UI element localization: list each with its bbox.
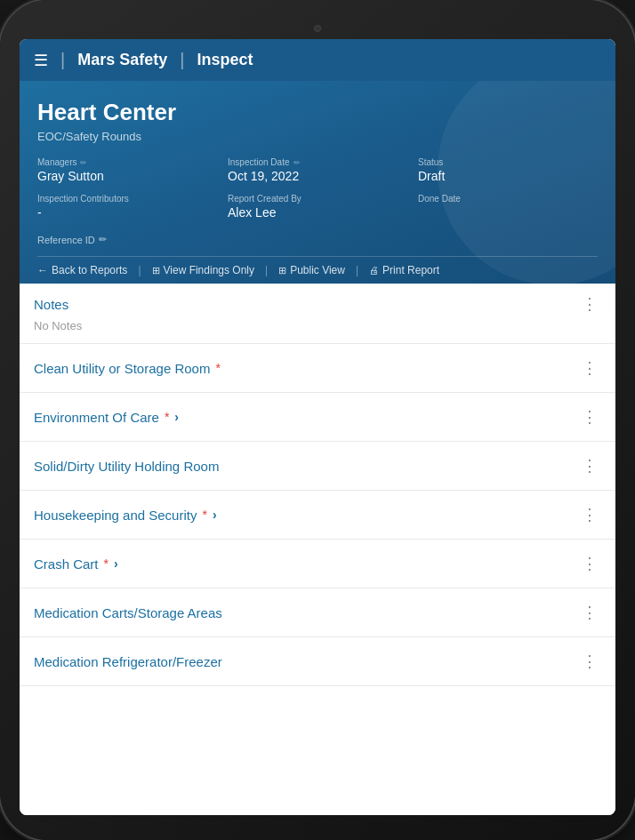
done-date-label: Done Date <box>418 194 598 204</box>
list-item-solid-dirty[interactable]: Solid/Dirty Utility Holding Room⋮ <box>20 442 615 491</box>
chevron-right-icon-crash-cart: › <box>114 556 118 571</box>
sep2: | <box>265 264 268 276</box>
item-menu-medication-carts[interactable]: ⋮ <box>578 603 601 622</box>
section-name: Inspect <box>197 51 253 69</box>
list-item-left-medication-carts: Medication Carts/Storage Areas <box>34 605 222 620</box>
print-label: Print Report <box>382 264 439 276</box>
item-title-medication-carts: Medication Carts/Storage Areas <box>34 605 222 620</box>
item-menu-medication-fridge[interactable]: ⋮ <box>578 652 601 671</box>
notes-title: Notes <box>34 297 68 312</box>
report-created-label: Report Created By <box>228 194 407 204</box>
list-item-medication-fridge[interactable]: Medication Refrigerator/Freezer⋮ <box>20 637 615 686</box>
back-to-reports-link[interactable]: ← Back to Reports <box>37 264 127 276</box>
notes-menu-icon[interactable]: ⋮ <box>578 294 601 314</box>
ref-id-label: Reference ID <box>37 235 95 245</box>
view-findings-label: View Findings Only <box>164 264 255 276</box>
facility-subtitle: EOC/Safety Rounds <box>37 130 598 143</box>
sep1: | <box>138 264 141 276</box>
list-item-left-environment-of-care: Environment Of Care*› <box>34 410 179 425</box>
list-item-left-housekeeping: Housekeeping and Security*› <box>34 508 217 523</box>
required-star-crash-cart: * <box>104 556 109 571</box>
notes-empty-text: No Notes <box>34 319 601 332</box>
header-divider-2: | <box>180 50 184 70</box>
public-view-label: Public View <box>290 264 345 276</box>
required-star-housekeeping: * <box>202 508 206 522</box>
item-menu-solid-dirty[interactable]: ⋮ <box>578 456 601 476</box>
required-star-clean-utility: * <box>215 361 220 375</box>
managers-label: Managers ✏ <box>37 157 217 167</box>
list-item-medication-carts[interactable]: Medication Carts/Storage Areas⋮ <box>20 588 615 637</box>
info-grid-row2: Inspection Contributors - Report Created… <box>37 194 598 220</box>
managers-field: Managers ✏ Gray Sutton <box>37 157 217 183</box>
info-panel: Heart Center EOC/Safety Rounds Managers … <box>20 81 615 284</box>
item-menu-housekeeping[interactable]: ⋮ <box>578 505 601 524</box>
report-created-value: Alex Lee <box>228 205 407 220</box>
item-title-housekeeping: Housekeeping and Security <box>34 508 197 523</box>
item-title-medication-fridge: Medication Refrigerator/Freezer <box>34 654 222 669</box>
print-report-link[interactable]: 🖨 Print Report <box>369 264 439 276</box>
camera <box>314 25 321 32</box>
chevron-right-icon-housekeeping: › <box>213 508 217 522</box>
status-label: Status <box>418 157 598 167</box>
contributors-label: Inspection Contributors <box>37 194 217 204</box>
facility-name: Heart Center <box>37 99 598 126</box>
inspection-date-value: Oct 19, 2022 <box>228 169 407 183</box>
info-grid-row1: Managers ✏ Gray Sutton Inspection Date ✏… <box>37 157 598 183</box>
content-list: Notes ⋮ No Notes Clean Utility or Storag… <box>20 284 615 815</box>
status-field: Status Draft <box>418 157 598 183</box>
inspection-items-list: Clean Utility or Storage Room*⋮Environme… <box>20 344 615 686</box>
list-item-environment-of-care[interactable]: Environment Of Care*›⋮ <box>20 393 615 442</box>
inspection-date-field: Inspection Date ✏ Oct 19, 2022 <box>228 157 407 183</box>
contributors-value: - <box>37 205 217 220</box>
item-title-solid-dirty: Solid/Dirty Utility Holding Room <box>34 459 219 474</box>
header-bar: ☰ | Mars Safety | Inspect <box>20 39 615 81</box>
back-label: Back to Reports <box>52 264 127 276</box>
public-view-link[interactable]: ⊞ Public View <box>278 264 345 276</box>
item-title-crash-cart: Crash Cart <box>34 556 99 572</box>
print-icon: 🖨 <box>369 265 379 276</box>
notes-section: Notes ⋮ No Notes <box>20 284 615 344</box>
list-item-housekeeping[interactable]: Housekeeping and Security*›⋮ <box>20 491 615 540</box>
findings-icon: ⊞ <box>152 265 160 276</box>
tablet-device: ☰ | Mars Safety | Inspect Heart Center E… <box>0 0 635 840</box>
ref-id-edit-icon[interactable]: ✏ <box>99 234 107 245</box>
item-title-clean-utility: Clean Utility or Storage Room <box>34 361 210 376</box>
view-findings-link[interactable]: ⊞ View Findings Only <box>152 264 255 276</box>
list-item-clean-utility[interactable]: Clean Utility or Storage Room*⋮ <box>20 344 615 393</box>
panel-actions: ← Back to Reports | ⊞ View Findings Only… <box>37 256 598 284</box>
required-star-environment-of-care: * <box>165 410 169 424</box>
notes-header: Notes ⋮ <box>34 294 601 314</box>
menu-icon[interactable]: ☰ <box>34 51 48 70</box>
inspection-date-label: Inspection Date ✏ <box>228 157 407 167</box>
item-title-environment-of-care: Environment Of Care <box>34 410 159 425</box>
list-item-crash-cart[interactable]: Crash Cart*›⋮ <box>20 540 615 588</box>
contributors-field: Inspection Contributors - <box>37 194 217 220</box>
list-item-left-clean-utility: Clean Utility or Storage Room* <box>34 361 221 376</box>
sep3: | <box>356 264 358 276</box>
managers-edit-icon[interactable]: ✏ <box>80 158 87 167</box>
list-item-left-crash-cart: Crash Cart*› <box>34 556 118 572</box>
list-item-left-solid-dirty: Solid/Dirty Utility Holding Room <box>34 459 219 474</box>
managers-value: Gray Sutton <box>37 169 217 183</box>
tablet-screen: ☰ | Mars Safety | Inspect Heart Center E… <box>20 39 615 815</box>
item-menu-clean-utility[interactable]: ⋮ <box>578 358 601 378</box>
back-arrow-icon: ← <box>37 264 48 276</box>
list-item-left-medication-fridge: Medication Refrigerator/Freezer <box>34 654 222 669</box>
app-name: Mars Safety <box>77 51 167 69</box>
chevron-right-icon-environment-of-care: › <box>174 410 179 424</box>
done-date-field: Done Date <box>418 194 598 220</box>
public-view-icon: ⊞ <box>278 265 286 276</box>
header-divider-1: | <box>60 50 65 70</box>
report-created-field: Report Created By Alex Lee <box>228 194 407 220</box>
inspection-date-edit-icon[interactable]: ✏ <box>293 158 301 167</box>
item-menu-crash-cart[interactable]: ⋮ <box>578 554 601 573</box>
status-value: Draft <box>418 169 598 183</box>
item-menu-environment-of-care[interactable]: ⋮ <box>578 407 601 427</box>
ref-id-row: Reference ID ✏ <box>37 234 598 245</box>
